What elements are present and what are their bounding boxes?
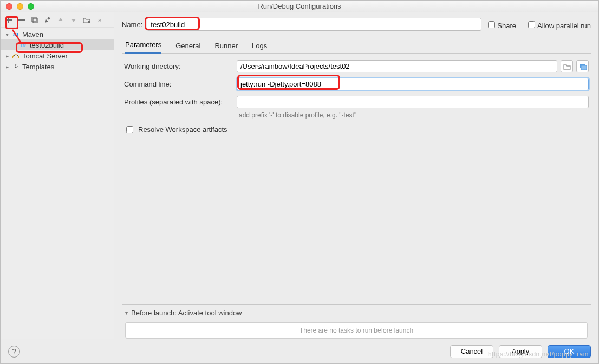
workdir-label: Working directory:: [124, 62, 237, 70]
tree-node-templates[interactable]: ▸ Templates: [1, 61, 114, 72]
tree-label: Tomcat Server: [22, 52, 68, 60]
chevron-right-icon: ▸: [4, 53, 10, 59]
svg-rect-2: [18, 19, 25, 21]
help-button[interactable]: ?: [8, 346, 20, 358]
apply-button[interactable]: Apply: [499, 345, 542, 358]
tabs: Parameters General Runner Logs: [122, 38, 591, 54]
svg-point-8: [17, 55, 18, 56]
svg-rect-5: [47, 17, 50, 20]
tab-general[interactable]: General: [175, 42, 200, 53]
workdir-input[interactable]: [237, 60, 557, 72]
tab-runner[interactable]: Runner: [214, 42, 238, 53]
config-tree: ▾ m Maven m test02bulid ▸ Tomcat Server: [1, 28, 114, 339]
move-down-button[interactable]: [68, 15, 80, 25]
tree-node-test02bulid[interactable]: m test02bulid: [1, 39, 114, 50]
sidebar-toolbar: »: [1, 12, 114, 28]
svg-rect-6: [88, 21, 90, 23]
before-launch-tasks: There are no tasks to run before launch: [125, 322, 588, 339]
copy-config-button[interactable]: [29, 15, 41, 25]
cmd-label: Command line:: [124, 80, 237, 88]
parallel-checkbox[interactable]: Allow parallel run: [526, 19, 591, 30]
tomcat-icon: [11, 51, 20, 60]
add-config-button[interactable]: [3, 15, 15, 25]
window-title: Run/Debug Configurations: [1, 2, 598, 10]
maven-icon: m: [19, 41, 28, 49]
edit-defaults-button[interactable]: [42, 15, 54, 25]
svg-rect-10: [581, 65, 587, 70]
insert-macro-button[interactable]: [576, 60, 589, 72]
remove-config-button[interactable]: [16, 15, 28, 25]
resolve-workspace-checkbox[interactable]: [126, 126, 133, 133]
name-input[interactable]: [147, 18, 481, 31]
tree-label: Maven: [22, 30, 43, 38]
wrench-icon: [11, 62, 20, 71]
move-up-button[interactable]: [55, 15, 67, 25]
right-pane: Name: Share Allow parallel run Parameter…: [114, 12, 598, 339]
ok-button[interactable]: OK: [548, 345, 591, 358]
tree-label: Templates: [22, 63, 54, 71]
folder-button[interactable]: [81, 15, 93, 25]
browse-folder-button[interactable]: [561, 60, 573, 72]
profiles-hint: add prefix '-' to disable profile, e.g. …: [239, 111, 589, 119]
footer: ? Cancel Apply OK: [1, 339, 598, 363]
tree-node-maven[interactable]: ▾ m Maven: [1, 29, 114, 39]
chevron-down-icon: ▾: [125, 310, 128, 316]
tab-parameters[interactable]: Parameters: [125, 41, 161, 54]
svg-rect-1: [5, 19, 12, 21]
tree-node-tomcat[interactable]: ▸ Tomcat Server: [1, 50, 114, 61]
svg-rect-3: [32, 17, 36, 22]
tree-label: test02bulid: [30, 41, 64, 49]
svg-point-7: [14, 55, 15, 56]
profiles-label: Profiles (separated with space):: [124, 98, 237, 106]
before-launch-header[interactable]: ▾ Before launch: Activate tool window: [122, 309, 591, 317]
chevron-down-icon: ▾: [4, 31, 10, 37]
sidebar: » ▾ m Maven m test02bulid ▸: [1, 12, 114, 339]
cmd-input[interactable]: [237, 78, 589, 90]
cancel-button[interactable]: Cancel: [450, 345, 493, 358]
name-label: Name:: [122, 21, 142, 29]
titlebar: Run/Debug Configurations: [1, 1, 598, 12]
chevron-right-icon: ▸: [4, 64, 10, 70]
resolve-workspace-label: Resolve Workspace artifacts: [138, 125, 227, 134]
expand-toolbar-button[interactable]: »: [94, 15, 106, 25]
profiles-input[interactable]: [237, 96, 589, 108]
svg-rect-4: [33, 18, 37, 23]
share-checkbox[interactable]: Share: [486, 19, 516, 30]
maven-icon: m: [11, 30, 20, 38]
tab-logs[interactable]: Logs: [252, 42, 267, 53]
